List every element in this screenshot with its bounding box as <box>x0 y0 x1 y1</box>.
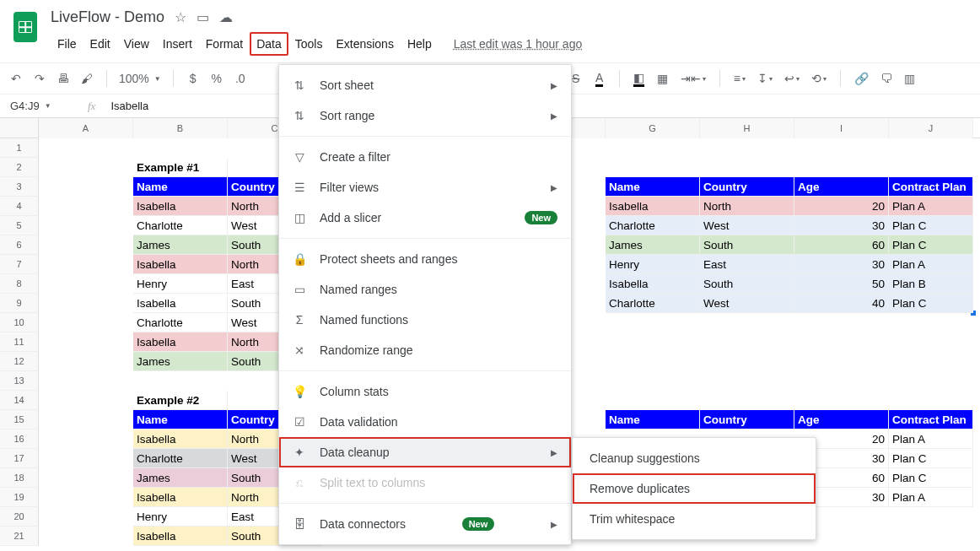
example1-title[interactable]: Example #1 <box>133 158 228 177</box>
col-header-B[interactable]: B <box>133 118 228 138</box>
row-header-19[interactable]: 19 <box>0 488 39 507</box>
row-header-9[interactable]: 9 <box>0 294 39 313</box>
ex1-right-age-1[interactable]: 30 <box>794 216 889 235</box>
format-currency-button[interactable]: $ <box>186 68 201 89</box>
col-header-H[interactable]: H <box>700 118 794 138</box>
ex2-left-name-3[interactable]: Isabella <box>133 488 228 507</box>
data-menu-item-create-a-filter[interactable]: ▽Create a filter <box>279 142 571 172</box>
menu-help[interactable]: Help <box>401 32 439 56</box>
ex1-right-plan-0[interactable]: Plan A <box>889 197 973 216</box>
ex1-right-header-2[interactable]: Age <box>794 177 889 197</box>
col-header-J[interactable]: J <box>889 118 973 138</box>
data-menu-item-column-stats[interactable]: 💡Column stats <box>279 376 571 407</box>
ex1-right-name-1[interactable]: Charlotte <box>606 216 700 235</box>
ex1-right-plan-3[interactable]: Plan A <box>889 255 973 274</box>
ex1-right-age-3[interactable]: 30 <box>794 255 889 274</box>
rotate-button[interactable]: ⟲▾ <box>810 68 828 89</box>
data-menu-item-named-ranges[interactable]: ▭Named ranges <box>279 274 571 305</box>
decrease-decimal-button[interactable]: .0 <box>233 68 248 89</box>
menu-tools[interactable]: Tools <box>288 32 330 56</box>
ex1-left-name-6[interactable]: Charlotte <box>133 313 228 332</box>
ex1-left-name-5[interactable]: Isabella <box>133 294 228 313</box>
ex1-left-name-3[interactable]: Isabella <box>133 255 228 274</box>
chart-button[interactable]: ▥ <box>902 68 918 89</box>
menu-view[interactable]: View <box>117 32 156 56</box>
ex1-right-country-4[interactable]: South <box>700 274 794 294</box>
doc-title[interactable]: LiveFlow - Demo <box>51 8 164 26</box>
fill-color-button[interactable]: ◧ <box>632 68 647 90</box>
data-menu-item-sort-sheet[interactable]: ⇅Sort sheet▶ <box>279 70 571 100</box>
ex2-right-plan-1[interactable]: Plan A <box>889 429 973 449</box>
name-box[interactable]: G4:J9▼ <box>3 100 79 112</box>
link-button[interactable]: 🔗 <box>853 68 870 89</box>
ex2-right-plan-2[interactable]: Plan C <box>889 449 973 468</box>
ex2-left-name-1[interactable]: Charlotte <box>133 449 228 468</box>
ex1-right-country-3[interactable]: East <box>700 255 794 274</box>
ex1-left-name-2[interactable]: James <box>133 235 228 255</box>
row-header-21[interactable]: 21 <box>0 527 39 546</box>
ex1-left-name-0[interactable]: Isabella <box>133 197 228 216</box>
row-header-14[interactable]: 14 <box>0 391 39 410</box>
ex1-right-age-0[interactable]: 20 <box>794 197 889 216</box>
select-all-corner[interactable] <box>0 118 39 138</box>
row-header-4[interactable]: 4 <box>0 197 39 216</box>
data-menu-item-data-validation[interactable]: ☑Data validation <box>279 407 571 437</box>
ex2-left-name-2[interactable]: James <box>133 468 228 488</box>
data-menu-item-sort-range[interactable]: ⇅Sort range▶ <box>279 100 571 131</box>
cleanup-submenu-cleanup-suggestions[interactable]: Cleanup suggestions <box>573 443 816 473</box>
ex1-right-age-5[interactable]: 40 <box>794 294 889 313</box>
ex2-right-header-3[interactable]: Contract Plan <box>889 410 973 429</box>
redo-button[interactable]: ↷ <box>32 68 47 89</box>
merge-button[interactable]: ⇥⇤▾ <box>679 68 708 89</box>
row-header-13[interactable]: 13 <box>0 371 39 391</box>
ex1-right-country-1[interactable]: West <box>700 216 794 235</box>
text-color-button[interactable]: A <box>592 68 607 90</box>
ex2-left-header-0[interactable]: Name <box>133 410 228 429</box>
paint-format-button[interactable]: 🖌 <box>79 68 94 89</box>
menu-format[interactable]: Format <box>199 32 250 56</box>
row-header-7[interactable]: 7 <box>0 255 39 274</box>
ex1-right-name-4[interactable]: Isabella <box>606 274 700 294</box>
row-header-3[interactable]: 3 <box>0 177 39 197</box>
row-header-15[interactable]: 15 <box>0 410 39 429</box>
ex1-right-country-5[interactable]: West <box>700 294 794 313</box>
col-header-A[interactable]: A <box>39 118 133 138</box>
cloud-icon[interactable]: ☁ <box>219 9 233 25</box>
row-header-6[interactable]: 6 <box>0 235 39 255</box>
data-menu-item-add-a-slicer[interactable]: ◫Add a slicerNew <box>279 203 571 233</box>
ex2-left-name-4[interactable]: Henry <box>133 507 228 527</box>
ex2-right-plan-4[interactable]: Plan A <box>889 488 973 507</box>
data-menu-item-protect-sheets-and-ranges[interactable]: 🔒Protect sheets and ranges <box>279 244 571 274</box>
zoom-select[interactable]: 100%▼ <box>119 72 161 85</box>
ex1-right-name-5[interactable]: Charlotte <box>606 294 700 313</box>
ex1-right-country-0[interactable]: North <box>700 197 794 216</box>
h-align-button[interactable]: ≡▾ <box>732 68 747 89</box>
row-header-8[interactable]: 8 <box>0 274 39 294</box>
menu-extensions[interactable]: Extensions <box>329 32 400 56</box>
row-header-2[interactable]: 2 <box>0 158 39 177</box>
row-header-11[interactable]: 11 <box>0 332 39 352</box>
ex1-right-plan-5[interactable]: Plan C <box>889 294 973 313</box>
ex1-left-name-7[interactable]: Isabella <box>133 332 228 352</box>
ex1-right-age-2[interactable]: 60 <box>794 235 889 255</box>
star-icon[interactable]: ☆ <box>175 9 186 25</box>
ex2-right-plan-3[interactable]: Plan C <box>889 468 973 488</box>
cleanup-submenu-remove-duplicates[interactable]: Remove duplicates <box>573 473 816 504</box>
ex1-right-country-2[interactable]: South <box>700 235 794 255</box>
sheets-logo[interactable] <box>8 10 42 44</box>
col-header-G[interactable]: G <box>606 118 700 138</box>
ex1-right-header-3[interactable]: Contract Plan <box>889 177 973 197</box>
ex1-left-name-8[interactable]: James <box>133 352 228 371</box>
data-menu-item-data-cleanup[interactable]: ✦Data cleanup▶ <box>279 437 571 467</box>
ex1-right-name-0[interactable]: Isabella <box>606 197 700 216</box>
ex2-right-header-1[interactable]: Country <box>700 410 794 429</box>
data-menu-item-filter-views[interactable]: ☰Filter views▶ <box>279 172 571 203</box>
ex1-right-plan-4[interactable]: Plan B <box>889 274 973 294</box>
ex1-left-name-4[interactable]: Henry <box>133 274 228 294</box>
ex1-right-name-3[interactable]: Henry <box>606 255 700 274</box>
ex1-right-name-2[interactable]: James <box>606 235 700 255</box>
menu-edit[interactable]: Edit <box>83 32 117 56</box>
ex2-left-name-5[interactable]: Isabella <box>133 527 228 546</box>
ex1-right-plan-2[interactable]: Plan C <box>889 235 973 255</box>
print-button[interactable]: 🖶 <box>56 68 71 89</box>
